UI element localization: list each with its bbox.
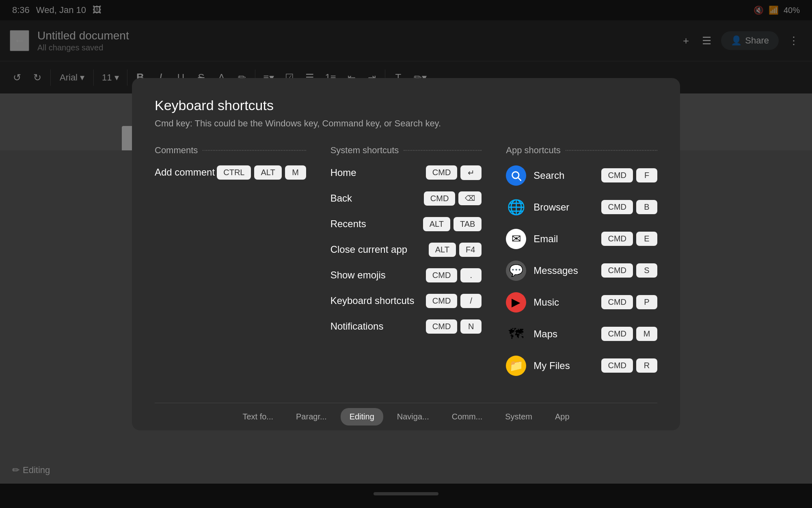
music-icon: ▶	[506, 292, 526, 313]
notifications-row: Notifications CMD N	[330, 319, 482, 334]
music-label: Music	[533, 297, 559, 308]
files-icon: 📁	[506, 356, 526, 376]
modal-overlay[interactable]: Keyboard shortcuts Cmd key: This could b…	[0, 0, 812, 508]
email-app-info: ✉ Email	[506, 229, 558, 249]
e-key: E	[636, 232, 657, 246]
browser-label: Browser	[533, 202, 569, 213]
music-app-info: ▶ Music	[506, 292, 559, 313]
tab-navigation[interactable]: Naviga...	[388, 408, 438, 426]
recents-row: Recents ALT TAB	[330, 217, 482, 231]
chrome-icon: 🌐	[506, 197, 526, 217]
modal-title: Keyboard shortcuts	[155, 98, 657, 113]
cmd-key: CMD	[426, 294, 458, 308]
files-keys: CMD R	[601, 358, 657, 373]
home-keys: CMD ↵	[426, 165, 482, 180]
search-app-info: Search	[506, 165, 564, 186]
b-key: B	[636, 200, 657, 214]
slash-key: /	[460, 294, 482, 308]
messages-app-info: 💬 Messages	[506, 261, 578, 281]
shortcuts-container: Comments Add comment CTRL ALT M System s…	[155, 145, 657, 399]
search-label: Search	[533, 170, 564, 181]
system-header: System shortcuts	[330, 145, 482, 156]
files-app-info: 📁 My Files	[506, 356, 570, 376]
add-comment-row: Add comment CTRL ALT M	[155, 165, 306, 180]
p-key: P	[636, 295, 657, 309]
cmd-key: CMD	[601, 168, 633, 182]
close-app-keys: ALT F4	[429, 243, 482, 257]
alt-key: ALT	[429, 243, 456, 257]
tab-key: TAB	[454, 217, 482, 231]
alt-key: ALT	[254, 165, 281, 180]
kb-shortcuts-row: Keyboard shortcuts CMD /	[330, 294, 482, 308]
recents-keys: ALT TAB	[423, 217, 482, 231]
email-app-row: ✉ Email CMD E	[506, 229, 657, 249]
tab-paragraph[interactable]: Paragr...	[287, 408, 336, 426]
alt-key: ALT	[423, 217, 450, 231]
system-column: System shortcuts Home CMD ↵ Back CMD ⌫	[330, 145, 482, 387]
back-keys: CMD ⌫	[424, 191, 482, 206]
search-app-icon	[506, 165, 526, 186]
bottom-tabs: Text fo... Paragr... Editing Naviga... C…	[155, 403, 657, 430]
maps-app-info: 🗺 Maps	[506, 324, 557, 344]
emojis-label: Show emojis	[330, 269, 386, 281]
maps-keys: CMD M	[601, 327, 657, 341]
maps-icon: 🗺	[506, 324, 526, 344]
files-label: My Files	[533, 360, 570, 371]
maps-label: Maps	[533, 328, 557, 340]
m-key: M	[285, 165, 306, 180]
svg-line-1	[518, 178, 521, 180]
add-comment-label: Add comment	[155, 167, 215, 178]
cmd-key: CMD	[424, 191, 456, 206]
browser-keys: CMD B	[601, 200, 657, 214]
search-keys: CMD F	[601, 168, 657, 182]
add-comment-keys: CTRL ALT M	[217, 165, 306, 180]
apps-column: App shortcuts Search CMD F	[506, 145, 657, 387]
back-label: Back	[330, 193, 352, 204]
tab-system[interactable]: System	[496, 408, 541, 426]
cmd-key: CMD	[426, 268, 458, 282]
cmd-key: CMD	[601, 200, 633, 214]
tab-comments[interactable]: Comm...	[443, 408, 492, 426]
backspace-key: ⌫	[458, 191, 482, 205]
cmd-key: CMD	[601, 358, 633, 373]
tab-app[interactable]: App	[546, 408, 579, 426]
emojis-keys: CMD .	[426, 268, 482, 282]
ctrl-key: CTRL	[217, 165, 251, 180]
apps-header: App shortcuts	[506, 145, 657, 156]
close-app-row: Close current app ALT F4	[330, 243, 482, 257]
messages-app-row: 💬 Messages CMD S	[506, 261, 657, 281]
n-key: N	[460, 319, 482, 334]
cmd-key: CMD	[601, 295, 633, 309]
home-label: Home	[330, 167, 356, 178]
tab-editing[interactable]: Editing	[341, 408, 383, 426]
recents-label: Recents	[330, 218, 366, 230]
comments-column: Comments Add comment CTRL ALT M	[155, 145, 306, 387]
emojis-row: Show emojis CMD .	[330, 268, 482, 282]
kb-shortcuts-label: Keyboard shortcuts	[330, 295, 415, 306]
files-app-row: 📁 My Files CMD R	[506, 356, 657, 376]
maps-app-row: 🗺 Maps CMD M	[506, 324, 657, 344]
cmd-key: CMD	[601, 327, 633, 341]
home-row: Home CMD ↵	[330, 165, 482, 180]
notifications-keys: CMD N	[426, 319, 482, 334]
browser-app-row: 🌐 Browser CMD B	[506, 197, 657, 217]
messages-keys: CMD S	[601, 263, 657, 278]
s-key: S	[636, 263, 657, 278]
tab-text-format[interactable]: Text fo...	[233, 408, 282, 426]
enter-key: ↵	[460, 165, 482, 180]
back-row: Back CMD ⌫	[330, 191, 482, 206]
email-label: Email	[533, 233, 558, 245]
modal-subtitle: Cmd key: This could be the Windows key, …	[155, 118, 657, 129]
kb-shortcuts-keys: CMD /	[426, 294, 482, 308]
search-app-row: Search CMD F	[506, 165, 657, 186]
comments-header: Comments	[155, 145, 306, 156]
gmail-icon: ✉	[506, 229, 526, 249]
keyboard-shortcuts-modal: Keyboard shortcuts Cmd key: This could b…	[132, 78, 680, 430]
period-key: .	[460, 268, 482, 282]
messages-label: Messages	[533, 265, 578, 276]
close-app-label: Close current app	[330, 244, 407, 255]
cmd-key: CMD	[426, 319, 458, 334]
cmd-key: CMD	[601, 232, 633, 246]
f-key: F	[636, 168, 657, 182]
music-keys: CMD P	[601, 295, 657, 309]
